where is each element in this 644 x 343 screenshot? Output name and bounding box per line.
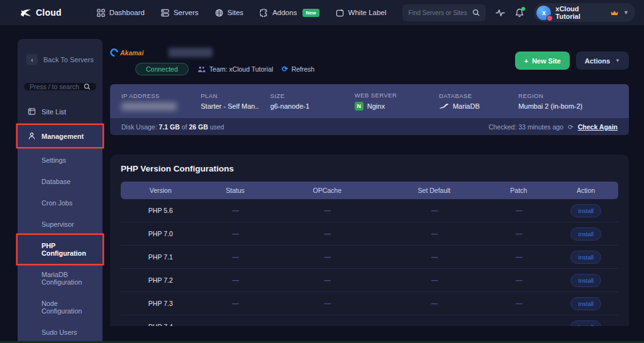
back-label: Back To Servers bbox=[43, 56, 94, 63]
back-arrow-icon: ‹ bbox=[26, 54, 38, 65]
install-button[interactable]: Install bbox=[570, 204, 601, 217]
disk-of: of bbox=[182, 123, 187, 131]
addons-icon bbox=[260, 9, 268, 17]
column-header: Action bbox=[553, 187, 618, 194]
xcloud-logo-icon bbox=[19, 6, 33, 19]
install-button[interactable]: Install bbox=[570, 227, 601, 241]
php-patch-cell: — bbox=[484, 323, 553, 326]
info-value: Starter - Self Man.. bbox=[201, 102, 270, 110]
php-version-cell: PHP 7.2 bbox=[121, 276, 201, 284]
sidebar-item-site-list[interactable]: Site List bbox=[18, 101, 103, 122]
sidebar-submenu-item[interactable]: Settings bbox=[18, 150, 103, 171]
avatar-badge-icon bbox=[547, 15, 553, 21]
global-search-input[interactable] bbox=[408, 9, 469, 16]
team-icon bbox=[197, 66, 206, 73]
install-button[interactable]: Install bbox=[570, 320, 601, 327]
info-value: Nginx bbox=[367, 102, 385, 110]
notifications-button[interactable] bbox=[515, 8, 524, 18]
nav-item-addons[interactable]: Addons New bbox=[260, 9, 319, 17]
new-badge: New bbox=[303, 9, 319, 17]
brand-text: Cloud bbox=[36, 8, 62, 18]
info-col-database: DATABASE MariaDB bbox=[439, 92, 518, 110]
php-table-row: PHP 7.3 — — — — Install bbox=[121, 292, 618, 315]
info-col-web-server: WEB SERVER NNginx bbox=[355, 92, 439, 111]
php-opcache-cell: — bbox=[270, 323, 384, 326]
info-col-ip: IP ADDRESS bbox=[121, 92, 201, 111]
sidebar-submenu-item[interactable]: Supervisor bbox=[18, 214, 103, 235]
search-icon bbox=[84, 83, 91, 90]
php-card-title: PHP Version Configurations bbox=[121, 164, 618, 173]
server-header: Akamai Connected Team: xCloud Tutorial ⟳… bbox=[110, 48, 629, 75]
submenu-item-label: PHP Configuration bbox=[42, 242, 86, 257]
provider-name: Akamai bbox=[120, 49, 143, 57]
php-set-default-cell: — bbox=[384, 230, 484, 237]
activity-pulse-icon bbox=[496, 9, 505, 17]
global-search[interactable] bbox=[402, 4, 486, 21]
activity-button[interactable] bbox=[496, 9, 505, 17]
search-icon[interactable] bbox=[472, 9, 480, 16]
nav-item-label: Sites bbox=[228, 9, 244, 16]
refresh-icon: ⟳ bbox=[282, 65, 288, 74]
column-header: Version bbox=[121, 187, 201, 194]
sidebar-submenu-item[interactable]: Cron Jobs bbox=[18, 192, 103, 214]
akamai-logo-icon bbox=[108, 46, 119, 58]
sites-icon bbox=[215, 9, 223, 17]
php-status-cell: — bbox=[201, 323, 270, 326]
disk-total: 26 GB bbox=[189, 123, 208, 131]
nav-item-servers[interactable]: Servers bbox=[161, 9, 199, 17]
sidebar-submenu-item[interactable]: Database bbox=[18, 171, 103, 192]
info-label: PLAN bbox=[201, 92, 270, 99]
info-label: DATABASE bbox=[439, 92, 518, 99]
sidebar-item-management[interactable]: Management bbox=[18, 125, 103, 147]
column-header: OPCache bbox=[270, 187, 384, 194]
dashboard-icon bbox=[97, 9, 105, 17]
submenu-item-label: Database bbox=[42, 178, 70, 185]
back-to-servers[interactable]: ‹ Back To Servers bbox=[18, 39, 103, 65]
sidebar-submenu-item[interactable]: Sudo Users bbox=[18, 322, 103, 343]
xcloud-logo[interactable]: Cloud bbox=[19, 6, 62, 19]
disk-usage-text: Disk Usage: 7.1 GB of 26 GB used bbox=[121, 123, 224, 131]
php-opcache-cell: — bbox=[270, 276, 384, 284]
management-icon bbox=[28, 132, 36, 140]
user-name: xCloud Tutorial bbox=[555, 5, 606, 20]
php-set-default-cell: — bbox=[384, 300, 484, 307]
install-button[interactable]: Install bbox=[570, 251, 601, 264]
nav-item-sites[interactable]: Sites bbox=[215, 9, 244, 17]
user-menu[interactable]: x xCloud Tutorial ▼ bbox=[534, 3, 635, 22]
php-patch-cell: — bbox=[484, 253, 553, 261]
nav-item-white-label[interactable]: White Label bbox=[336, 9, 387, 17]
php-table-row: PHP 7.4 — — — — Install bbox=[121, 315, 618, 326]
nav-item-dashboard[interactable]: Dashboard bbox=[97, 9, 145, 17]
php-version-cell: PHP 5.6 bbox=[121, 207, 201, 214]
sidebar-search-input[interactable] bbox=[30, 83, 80, 90]
refresh-icon: ⟳ bbox=[568, 123, 574, 131]
disk-suffix: used bbox=[210, 123, 225, 131]
column-header: Set Default bbox=[384, 187, 484, 194]
mariadb-icon bbox=[439, 103, 449, 109]
sidebar-search[interactable] bbox=[24, 83, 96, 90]
check-again-link[interactable]: Check Again bbox=[578, 123, 618, 131]
sidebar-submenu-item[interactable]: PHP Configuration bbox=[18, 235, 103, 264]
team-text: Team: xCloud Tutorial bbox=[209, 65, 274, 73]
refresh-label: Refresh bbox=[291, 65, 314, 73]
php-patch-cell: — bbox=[484, 207, 553, 214]
submenu-item-label: Settings bbox=[42, 156, 66, 164]
user-avatar: x bbox=[536, 6, 551, 20]
php-version-cell: PHP 7.3 bbox=[121, 300, 201, 307]
new-site-button[interactable]: +New Site bbox=[515, 52, 569, 70]
info-col-plan: PLAN Starter - Self Man.. bbox=[201, 92, 270, 110]
install-button[interactable]: Install bbox=[570, 297, 601, 310]
php-set-default-cell: — bbox=[384, 276, 484, 284]
actions-button[interactable]: Actions▼ bbox=[576, 52, 629, 70]
php-opcache-cell: — bbox=[270, 253, 384, 261]
refresh-button[interactable]: ⟳ Refresh bbox=[282, 65, 314, 74]
sidebar-submenu-item[interactable]: MariaDB Configuration bbox=[18, 264, 103, 293]
nginx-icon: N bbox=[355, 102, 364, 111]
php-version-cell: PHP 7.4 bbox=[121, 323, 201, 326]
white-label-icon bbox=[336, 9, 344, 17]
php-status-cell: — bbox=[201, 253, 270, 261]
info-label: IP ADDRESS bbox=[121, 92, 201, 99]
sidebar-submenu-item[interactable]: Node Configuration bbox=[18, 293, 103, 322]
php-status-cell: — bbox=[201, 230, 270, 237]
install-button[interactable]: Install bbox=[570, 274, 601, 287]
